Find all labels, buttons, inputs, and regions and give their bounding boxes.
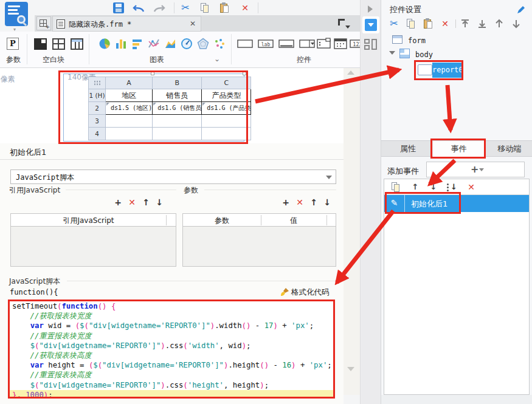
report-grid[interactable]: A B C 1 (H) 地区 销售员 产品类型 2 ds1.S (地区) ds1… (88, 77, 251, 140)
move-to-top-icon[interactable] (460, 19, 470, 29)
code-line[interactable]: var height = ($("div[widgetname='REPORT0… (10, 360, 333, 370)
drag-handle-icon[interactable] (94, 80, 101, 86)
panel-widget-icon[interactable] (317, 38, 331, 50)
ref-js-table[interactable]: 引用JavaScript (10, 213, 176, 267)
radar-chart-icon[interactable] (197, 38, 209, 50)
scroll-up-icon[interactable] (347, 70, 354, 75)
save-button[interactable] (113, 2, 124, 13)
edit-pencil-icon[interactable]: ✎ (384, 195, 405, 212)
grid-cell[interactable] (153, 115, 202, 128)
template-preview-button[interactable] (5, 2, 28, 26)
ref-js-add-button[interactable]: + (112, 198, 123, 208)
event-delete-icon[interactable]: ✕ (466, 182, 477, 193)
form-design-canvas[interactable]: 6像素 140像素 A B C 1 (H) 地区 销售员 产品类型 2 ds1.… (0, 68, 344, 143)
grid-cell[interactable]: 产品类型 (202, 89, 251, 102)
blank-block-report-icon[interactable] (71, 38, 83, 50)
code-line[interactable]: var wid = ($("div[widgetname='REPORT0']"… (10, 321, 333, 330)
grid-cell[interactable]: 地区 (106, 89, 153, 102)
pie-chart-icon[interactable] (98, 38, 111, 50)
number-widget-icon[interactable]: 123 (350, 38, 360, 50)
bar-chart-icon[interactable] (131, 38, 143, 50)
event-up-icon[interactable]: ↑ (410, 182, 421, 193)
delete-icon[interactable]: ✕ (440, 18, 451, 29)
code-line[interactable]: }, 1000); (10, 390, 333, 399)
scrollbar[interactable] (344, 68, 360, 395)
parameter-pane-button[interactable]: P (7, 38, 19, 50)
col-header[interactable]: C (202, 77, 251, 89)
params-table[interactable]: 参数 值 (182, 213, 336, 267)
new-template-button[interactable]: + (36, 16, 51, 30)
grid-cell[interactable] (106, 128, 153, 140)
tab-document[interactable]: 隐藏滚动条.frm * ✕ (52, 16, 201, 32)
grid-cell[interactable] (153, 128, 202, 140)
column-chart-icon[interactable] (115, 38, 127, 50)
code-line[interactable]: //重置报表块高度 (10, 370, 333, 380)
blank-block-abs-icon[interactable] (34, 38, 47, 50)
event-type-select[interactable]: JavaScript脚本 (10, 169, 336, 184)
code-line[interactable]: setTimeout(function() { (10, 301, 333, 311)
grid-cell[interactable] (202, 128, 251, 140)
copy-icon[interactable] (199, 2, 210, 13)
move-to-bottom-icon[interactable] (477, 19, 487, 29)
grid-cell-formula[interactable]: ds1.G (销售员 (153, 102, 202, 115)
row-header[interactable]: 2 (89, 102, 106, 115)
grid-cell-formula[interactable]: ds1.G (产品类 (202, 102, 251, 115)
code-line[interactable]: $("div[widgetname='REPORT0']").css('heig… (10, 380, 333, 390)
row-header[interactable]: 4 (89, 128, 106, 140)
ref-js-moveup-button[interactable]: ↑ (140, 198, 151, 208)
tab-mobile[interactable]: 移动端 (492, 141, 527, 157)
line-chart-icon[interactable] (148, 38, 160, 50)
paste-icon[interactable] (219, 2, 230, 13)
tab-properties[interactable]: 属性 (391, 141, 425, 157)
grid-cell[interactable]: 销售员 (153, 89, 202, 102)
javascript-code-editor[interactable]: setTimeout(function() { //获取报表块宽度 var wi… (8, 300, 335, 399)
event-down-icon[interactable]: ↓ (428, 182, 439, 193)
ref-js-delete-button[interactable]: ✕ (126, 198, 137, 208)
tree-node-form[interactable]: form (408, 36, 426, 50)
scatter-chart-icon[interactable] (213, 38, 226, 50)
blank-block-tab-icon[interactable] (52, 38, 65, 50)
text-input-widget-icon[interactable] (278, 38, 294, 50)
tree-node-body[interactable]: body (415, 50, 433, 64)
col-header[interactable]: A (106, 77, 153, 89)
add-event-dropdown[interactable]: + (426, 162, 525, 177)
window-list-button[interactable] (338, 19, 350, 29)
params-add-button[interactable]: + (280, 198, 291, 208)
redo-button[interactable] (152, 2, 165, 13)
cut-icon[interactable]: ✂ (180, 2, 191, 13)
label-widget-icon[interactable]: lab (258, 38, 274, 50)
grid-cell-formula[interactable]: ds1.S (地区) (106, 102, 153, 115)
move-down-icon[interactable] (511, 19, 521, 29)
textbox-widget-icon[interactable] (237, 38, 253, 50)
gauge-chart-icon[interactable] (181, 38, 193, 50)
move-up-icon[interactable] (494, 19, 504, 29)
code-line[interactable]: //获取报表块宽度 (10, 311, 333, 321)
widget-settings-dock-tab[interactable] (362, 16, 379, 33)
grid-cell[interactable] (202, 115, 251, 128)
code-line[interactable]: //重置报表块宽度 (10, 331, 333, 341)
cut-icon[interactable]: ✂ (389, 18, 399, 29)
row-header[interactable]: 3 (89, 115, 106, 128)
collapse-panel-icon[interactable] (368, 5, 373, 13)
tab-close-icon[interactable]: ✕ (190, 19, 196, 28)
params-delete-button[interactable]: ✕ (294, 198, 305, 208)
row-header[interactable]: 1 (H) (89, 89, 106, 102)
code-line[interactable]: $("div[widgetname='REPORT0']").css('widt… (10, 341, 333, 351)
grid-corner[interactable] (89, 77, 106, 89)
delete-icon[interactable]: ✕ (240, 2, 250, 13)
tab-events[interactable]: 事件 (433, 141, 485, 157)
paste-icon[interactable] (423, 18, 434, 29)
scroll-down-icon[interactable] (347, 367, 354, 371)
code-line[interactable]: //获取报表块高度 (10, 351, 333, 360)
area-chart-icon[interactable] (164, 38, 176, 50)
combobox-widget-icon[interactable] (299, 38, 315, 50)
params-movedown-button[interactable]: ↓ (322, 198, 333, 208)
copy-icon[interactable] (406, 18, 416, 29)
tree-expand-caret[interactable] (389, 51, 395, 55)
event-sort-icon[interactable]: ↓ (446, 182, 457, 193)
resize-handle[interactable] (243, 72, 246, 75)
layout-dock-tab[interactable] (364, 38, 378, 51)
undo-button[interactable] (133, 2, 146, 13)
event-list-item[interactable]: ✎ 初始化后1 (384, 195, 529, 212)
ref-js-movedown-button[interactable]: ↓ (154, 198, 165, 208)
